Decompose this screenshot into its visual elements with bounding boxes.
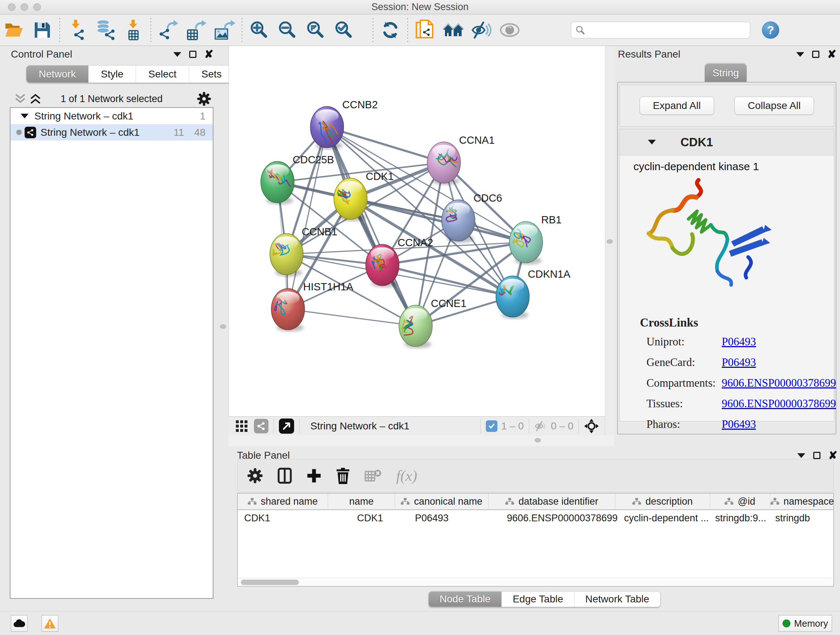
results-panel-menu-icon[interactable] xyxy=(796,52,804,57)
crosslink-pharos-link[interactable]: P06493 xyxy=(722,418,756,431)
create-column-plus-icon[interactable] xyxy=(306,468,322,483)
table-settings-gear-icon[interactable] xyxy=(247,468,263,484)
network-node-CDC6[interactable] xyxy=(439,199,475,243)
network-row[interactable]: String Network – cdk1 11 48 xyxy=(11,124,213,141)
crosslink-compartments-link[interactable]: 9606.ENSP00000378699 xyxy=(722,377,836,390)
network-node-CCNB2[interactable] xyxy=(310,106,344,149)
grid-view-icon[interactable] xyxy=(235,420,248,432)
save-session-button[interactable] xyxy=(28,19,57,42)
tab-edge-table[interactable]: Edge Table xyxy=(501,592,574,607)
node-label-HIST1H1A: HIST1H1A xyxy=(303,281,354,293)
toolbar-separator xyxy=(407,18,408,42)
tab-network-table[interactable]: Network Table xyxy=(574,592,660,607)
right-splitter-handle[interactable] xyxy=(607,239,613,244)
network-node-CCNB1[interactable] xyxy=(270,233,303,277)
table-panel-close-icon[interactable]: ✘ xyxy=(829,452,837,459)
table-row[interactable]: CDK1 CDK1 P06493 9606.ENSP00000378699 cy… xyxy=(238,510,834,526)
hide-selected-button[interactable] xyxy=(467,19,496,42)
scrollbar-thumb[interactable] xyxy=(241,580,299,585)
network-node-CDC25B[interactable] xyxy=(261,162,294,204)
control-panel-float-icon[interactable] xyxy=(189,51,196,58)
results-panel-float-icon[interactable] xyxy=(812,51,819,58)
control-panel-menu-icon[interactable] xyxy=(173,52,181,57)
string-network-icon xyxy=(25,127,36,138)
crosslink-tissues-link[interactable]: 9606.ENSP00000378699 xyxy=(722,397,836,410)
table-horizontal-scrollbar[interactable] xyxy=(238,578,833,586)
show-columns-icon[interactable] xyxy=(278,468,292,484)
tab-style[interactable]: Style xyxy=(88,65,136,82)
column-header[interactable]: @id xyxy=(710,494,770,509)
network-node-HIST1H1A[interactable] xyxy=(269,288,305,332)
tab-network[interactable]: Network xyxy=(27,65,88,82)
birds-eye-view-icon[interactable] xyxy=(279,418,294,434)
status-bar: Memory xyxy=(0,611,840,635)
results-panel-close-icon[interactable]: ✘ xyxy=(827,51,836,58)
node-label-CCNB1: CCNB1 xyxy=(302,226,337,238)
show-all-button[interactable] xyxy=(496,19,524,42)
network-node-CCNA2[interactable] xyxy=(366,244,399,287)
export-network-button[interactable] xyxy=(154,19,182,42)
import-table-file-button[interactable] xyxy=(119,19,148,42)
network-node-CDK1[interactable] xyxy=(334,178,367,221)
clone-network-button[interactable] xyxy=(411,19,439,42)
node-table[interactable]: shared name name canonical name database… xyxy=(237,493,834,586)
collection-label: String Network – cdk1 xyxy=(34,111,134,122)
protein-collapse-icon[interactable] xyxy=(648,140,656,144)
column-header[interactable]: namespace xyxy=(770,494,834,509)
network-node-CCNA1[interactable] xyxy=(427,142,461,185)
fit-center-crosshair-icon[interactable] xyxy=(584,418,599,434)
export-image-button[interactable] xyxy=(210,19,239,42)
network-share-toggle-icon[interactable] xyxy=(254,419,268,433)
column-header[interactable]: shared name xyxy=(238,494,328,509)
node-label-CDC6: CDC6 xyxy=(474,192,502,204)
import-network-file-button[interactable] xyxy=(63,19,91,42)
title-bar: Session: New Session xyxy=(0,0,840,14)
home-panel-button[interactable] xyxy=(439,19,467,42)
export-table-button[interactable] xyxy=(182,19,210,42)
zoom-out-button[interactable] xyxy=(273,19,302,42)
column-header[interactable]: canonical name xyxy=(395,494,489,509)
zoom-fit-button[interactable] xyxy=(302,19,330,42)
delete-table-icon[interactable] xyxy=(364,469,382,483)
column-header[interactable]: name xyxy=(328,494,395,509)
protein-card-header[interactable]: CDK1 xyxy=(620,129,834,155)
zoom-in-button[interactable] xyxy=(245,19,273,42)
open-session-button[interactable] xyxy=(0,19,28,42)
search-field[interactable] xyxy=(571,22,750,38)
memory-button[interactable]: Memory xyxy=(778,615,832,632)
column-header[interactable]: database identifier xyxy=(489,494,615,509)
import-network-database-button[interactable] xyxy=(91,19,119,42)
tab-node-table[interactable]: Node Table xyxy=(429,592,501,607)
refresh-network-button[interactable] xyxy=(376,19,404,42)
control-panel-close-icon[interactable]: ✘ xyxy=(204,51,213,58)
function-builder-icon[interactable]: f(x) xyxy=(396,467,417,485)
table-panel-menu-icon[interactable] xyxy=(797,453,805,458)
expand-all-button[interactable]: Expand All xyxy=(639,97,714,115)
table-panel-float-icon[interactable] xyxy=(813,452,821,459)
cloud-button[interactable] xyxy=(11,615,27,632)
help-button[interactable]: ? xyxy=(762,21,779,39)
tab-sets[interactable]: Sets xyxy=(189,65,234,82)
crosslink-uniprot-link[interactable]: P06493 xyxy=(722,335,756,348)
network-node-CDKN1A[interactable] xyxy=(487,276,529,319)
network-canvas[interactable]: CCNB2CCNA1CDC25BCDK1CDC6RB1CCNB1CCNA2CDK… xyxy=(229,46,605,416)
toolbar-separator xyxy=(529,419,529,433)
collection-expand-icon[interactable] xyxy=(21,114,28,119)
tab-string[interactable]: String xyxy=(705,64,747,82)
search-input[interactable] xyxy=(585,25,744,35)
network-collection-row[interactable]: String Network – cdk1 1 xyxy=(11,108,213,124)
network-node-CCNE1[interactable] xyxy=(399,305,432,348)
string-network-graph[interactable]: CCNB2CCNA1CDC25BCDK1CDC6RB1CCNB1CCNA2CDK… xyxy=(229,46,605,416)
zoom-selected-button[interactable] xyxy=(330,19,358,42)
horizontal-splitter-handle[interactable] xyxy=(535,438,541,442)
column-header[interactable]: description xyxy=(615,494,710,509)
selected-checkbox-icon[interactable] xyxy=(486,420,497,432)
warnings-button[interactable] xyxy=(42,615,58,632)
crosslink-genecard-link[interactable]: P06493 xyxy=(722,356,756,369)
network-node-RB1[interactable] xyxy=(509,222,543,264)
node-label-CCNB2: CCNB2 xyxy=(342,99,378,111)
delete-column-trash-icon[interactable] xyxy=(336,467,350,484)
tab-select[interactable]: Select xyxy=(136,65,189,82)
left-splitter-handle[interactable] xyxy=(220,325,226,329)
collapse-all-button[interactable]: Collapse All xyxy=(734,97,814,115)
